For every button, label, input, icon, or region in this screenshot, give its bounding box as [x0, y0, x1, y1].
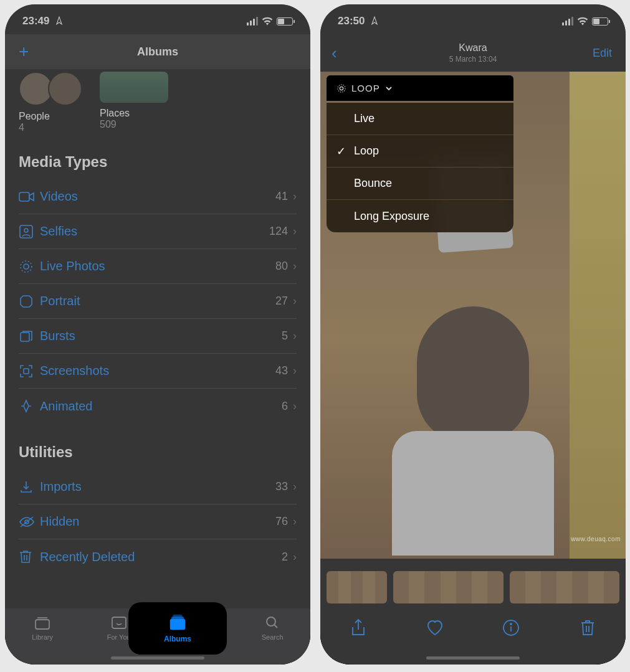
svg-point-4	[21, 261, 32, 272]
burst-icon	[19, 329, 40, 344]
edit-button[interactable]: Edit	[593, 47, 612, 60]
svg-rect-6	[24, 369, 29, 374]
effect-bounce[interactable]: Bounce	[327, 168, 513, 200]
cellular-icon	[247, 17, 258, 26]
row-count: 43	[275, 364, 288, 377]
photo-toolbar	[320, 608, 626, 665]
row-label: Portrait	[40, 294, 275, 308]
svg-point-23	[338, 85, 345, 92]
delete-button[interactable]	[577, 617, 598, 638]
row-count: 27	[275, 295, 288, 308]
row-label: Screenshots	[40, 364, 275, 378]
row-screenshots[interactable]: Screenshots 43 ›	[19, 354, 297, 389]
menu-label: Long Exposure	[354, 210, 429, 223]
row-recently-deleted[interactable]: Recently Deleted 2 ›	[19, 539, 297, 574]
section-media-types: Media Types	[19, 153, 297, 171]
add-button[interactable]: +	[19, 42, 29, 62]
row-portrait[interactable]: Portrait 27 ›	[19, 284, 297, 319]
row-label: Videos	[40, 189, 275, 204]
live-icon	[19, 259, 40, 274]
row-label: Animated	[40, 399, 282, 414]
status-bar: 23:50	[320, 4, 626, 34]
tab-search[interactable]: Search	[262, 615, 284, 641]
effect-live[interactable]: Live	[327, 103, 513, 135]
svg-point-3	[24, 264, 29, 269]
status-bar: 23:49	[5, 4, 310, 34]
svg-point-2	[24, 229, 28, 232]
row-label: Recently Deleted	[40, 550, 282, 564]
tab-for-you[interactable]: For You	[107, 615, 131, 641]
album-places[interactable]: Places 509	[100, 72, 231, 133]
row-live-photos[interactable]: Live Photos 80 ›	[19, 249, 297, 284]
row-count: 124	[269, 225, 288, 238]
filmstrip-clip[interactable]	[327, 571, 387, 603]
row-count: 33	[275, 480, 288, 493]
svg-point-21	[510, 623, 512, 625]
albums-scroll[interactable]: People 4 Places 509 Media Types Videos 4…	[5, 72, 310, 574]
effect-long-exposure[interactable]: Long Exposure	[327, 200, 513, 232]
info-button[interactable]	[500, 617, 522, 638]
search-icon	[263, 615, 282, 631]
favorite-button[interactable]	[424, 617, 446, 638]
chevron-right-icon: ›	[293, 190, 297, 203]
chevron-right-icon: ›	[293, 400, 297, 413]
row-count: 5	[282, 329, 288, 343]
video-icon	[19, 191, 40, 203]
tab-label: For You	[107, 633, 131, 641]
row-hidden[interactable]: Hidden 76 ›	[19, 504, 297, 539]
svg-rect-1	[20, 225, 32, 238]
checkmark-icon: ✓	[336, 144, 346, 158]
filmstrip-clip[interactable]	[393, 571, 504, 603]
status-time: 23:50	[338, 15, 379, 27]
chevron-right-icon: ›	[293, 364, 297, 377]
row-bursts[interactable]: Bursts 5 ›	[19, 319, 297, 354]
svg-line-8	[21, 517, 33, 527]
chevron-right-icon: ›	[293, 551, 297, 564]
effect-loop[interactable]: ✓ Loop	[327, 135, 513, 168]
home-indicator[interactable]	[111, 656, 204, 660]
nav-title: Albums	[137, 45, 178, 59]
albums-screen: 23:49 + Albums People 4 Places 509 Media…	[5, 4, 310, 665]
menu-label: Live	[354, 112, 375, 125]
menu-label: Loop	[354, 144, 379, 158]
share-button[interactable]	[348, 617, 369, 638]
album-people[interactable]: People 4	[19, 72, 87, 133]
tab-label: Search	[262, 633, 284, 641]
back-button[interactable]: ‹	[332, 44, 337, 63]
status-time: 23:49	[22, 15, 64, 27]
filmstrip[interactable]	[320, 570, 626, 605]
row-animated[interactable]: Animated 6 ›	[19, 389, 297, 424]
album-label: People	[19, 111, 87, 122]
row-videos[interactable]: Videos 41 ›	[19, 179, 297, 214]
chevron-right-icon: ›	[293, 329, 297, 343]
albums-icon	[168, 613, 188, 631]
svg-rect-18	[173, 615, 182, 617]
wifi-icon	[262, 17, 273, 26]
nav-bar: ‹ Kwara 5 March 13:04 Edit	[320, 34, 626, 72]
home-indicator[interactable]	[426, 656, 520, 660]
row-imports[interactable]: Imports 33 ›	[19, 470, 297, 504]
for-you-icon	[110, 615, 128, 631]
row-count: 41	[275, 190, 288, 203]
battery-icon	[592, 17, 608, 26]
effect-chip[interactable]: LOOP	[327, 75, 513, 101]
albums-tab-highlight[interactable]: Albums	[130, 603, 226, 653]
effect-chip-label: LOOP	[351, 83, 380, 93]
chevron-right-icon: ›	[293, 480, 297, 493]
chevron-right-icon: ›	[293, 225, 297, 238]
row-count: 2	[282, 551, 288, 564]
svg-rect-10	[112, 617, 126, 628]
import-icon	[19, 480, 40, 495]
battery-icon	[277, 17, 293, 26]
album-count: 509	[100, 119, 231, 130]
tab-library[interactable]: Library	[32, 615, 53, 641]
menu-label: Bounce	[354, 177, 392, 190]
library-icon	[33, 615, 52, 631]
chevron-right-icon: ›	[293, 260, 297, 273]
hidden-icon	[19, 516, 40, 528]
filmstrip-clip[interactable]	[510, 571, 620, 603]
nav-bar: + Albums	[5, 34, 310, 69]
row-label: Imports	[40, 480, 275, 494]
row-selfies[interactable]: Selfies 124 ›	[19, 214, 297, 249]
trash-icon	[19, 549, 40, 564]
